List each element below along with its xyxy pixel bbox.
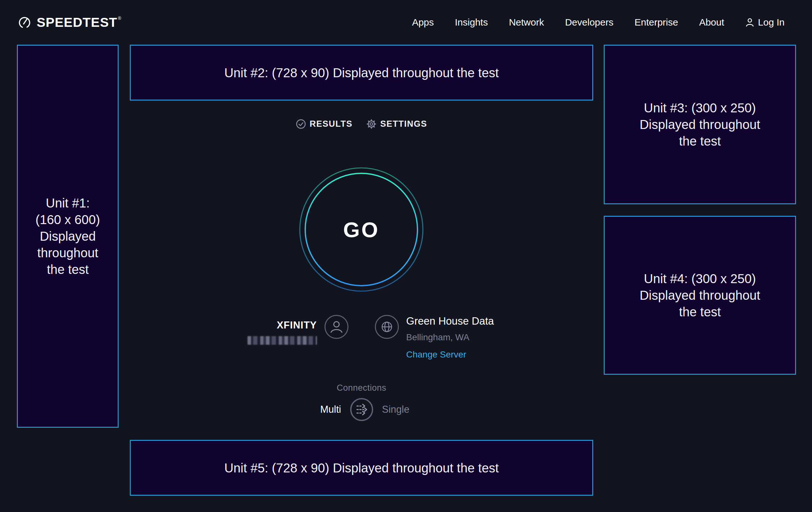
ad-unit-4-text: Unit #4: (300 x 250) Displayed throughou… xyxy=(639,270,760,320)
connection-info-row: XFINITY Green House Data Bellingham, WA … xyxy=(130,315,593,360)
ad-unit-3-text: Unit #3: (300 x 250) Displayed throughou… xyxy=(639,100,760,150)
top-nav-bar: SPEEDTEST® Apps Insights Network Develop… xyxy=(0,0,812,45)
nav-item-apps[interactable]: Apps xyxy=(412,17,434,28)
ad-unit-5-text: Unit #5: (728 x 90) Displayed throughout… xyxy=(224,460,499,476)
speedtest-page: { "header": { "logo_text": "SPEEDTEST", … xyxy=(0,0,812,512)
server-section: Green House Data Bellingham, WA Change S… xyxy=(362,315,593,360)
tab-settings-label: SETTINGS xyxy=(380,119,427,129)
isp-name: XFINITY xyxy=(277,320,317,331)
go-button-label: GO xyxy=(299,167,424,292)
nav-item-network[interactable]: Network xyxy=(509,17,544,28)
nav-item-enterprise[interactable]: Enterprise xyxy=(634,17,678,28)
connections-toggle-row: Multi Single xyxy=(130,397,593,422)
server-location: Bellingham, WA xyxy=(406,332,494,343)
ad-unit-1-text: Unit #1: (160 x 600) Displayed throughou… xyxy=(35,195,100,278)
gear-icon xyxy=(367,119,376,129)
connections-toggle-icon[interactable] xyxy=(350,397,374,422)
isp-section: XFINITY xyxy=(130,315,362,360)
ad-unit-4-rectangle: Unit #4: (300 x 250) Displayed throughou… xyxy=(604,216,796,375)
login-button[interactable]: Log In xyxy=(745,17,785,28)
user-icon xyxy=(745,17,754,27)
ad-unit-1-skyscraper: Unit #1: (160 x 600) Displayed throughou… xyxy=(17,45,119,428)
server-name: Green House Data xyxy=(406,315,494,327)
go-button[interactable]: GO xyxy=(299,167,424,292)
nav-item-developers[interactable]: Developers xyxy=(565,17,614,28)
connections-title: Connections xyxy=(130,383,593,393)
ad-unit-3-rectangle: Unit #3: (300 x 250) Displayed throughou… xyxy=(604,45,796,204)
globe-circle-icon xyxy=(374,315,399,339)
nav-item-insights[interactable]: Insights xyxy=(455,17,488,28)
login-label: Log In xyxy=(758,17,785,28)
connections-single-option[interactable]: Single xyxy=(382,404,409,415)
logo-text: SPEEDTEST® xyxy=(37,15,121,30)
change-server-link[interactable]: Change Server xyxy=(406,350,494,360)
isp-user-circle-icon xyxy=(324,315,349,339)
tabs-row: RESULTS SETTINGS xyxy=(130,115,593,132)
nav-item-about[interactable]: About xyxy=(699,17,724,28)
tab-settings[interactable]: SETTINGS xyxy=(367,119,427,129)
tab-results-label: RESULTS xyxy=(310,119,353,129)
connections-multi-option[interactable]: Multi xyxy=(320,404,341,415)
speedometer-gauge-icon xyxy=(17,15,32,30)
speedtest-logo[interactable]: SPEEDTEST® xyxy=(17,0,121,45)
ad-unit-2-leaderboard: Unit #2: (728 x 90) Displayed throughout… xyxy=(130,45,593,101)
check-circle-icon xyxy=(296,119,306,129)
ad-unit-5-leaderboard: Unit #5: (728 x 90) Displayed throughout… xyxy=(130,440,593,496)
logo-trademark: ® xyxy=(118,16,121,21)
ad-unit-2-text: Unit #2: (728 x 90) Displayed throughout… xyxy=(224,64,499,81)
main-nav: Apps Insights Network Developers Enterpr… xyxy=(412,0,785,45)
ip-address-redacted xyxy=(248,336,317,345)
tab-results[interactable]: RESULTS xyxy=(296,119,353,129)
